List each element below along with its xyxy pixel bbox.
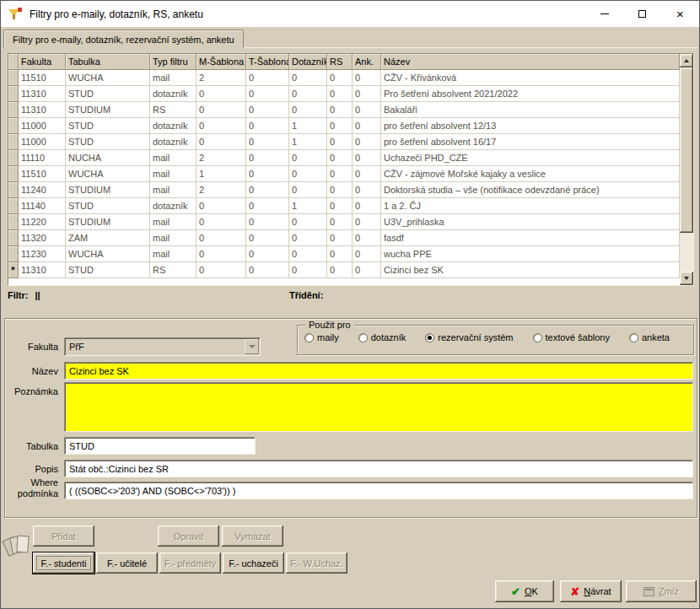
chevron-down-icon <box>249 345 256 348</box>
table-row[interactable]: 11510WUCHAmail20000CŽV - Křivánková <box>8 70 680 86</box>
ok-button[interactable]: ✔ OK <box>495 580 554 602</box>
row-marker <box>8 70 19 86</box>
table-row[interactable]: 11140STUDdotazník001001 a 2. ČJ <box>8 198 680 214</box>
table-row[interactable]: 11000STUDdotazník00100pro šetření absolv… <box>8 118 680 134</box>
radio-button-icon <box>425 333 434 342</box>
table-row[interactable]: 11220STUDIUMmail00000U3V_prihlaska <box>8 214 680 230</box>
opravit-button[interactable]: Opravit <box>158 525 219 547</box>
grid-cell: WUCHA <box>66 166 150 182</box>
grid-cell: 0 <box>197 134 246 150</box>
grid-cell: 11000 <box>19 134 66 150</box>
grid-cell: 0 <box>353 166 381 182</box>
row-marker <box>8 166 19 182</box>
f-uchazeci-button[interactable]: F.- uchazeči <box>223 552 284 574</box>
radio-dotazn-k[interactable]: dotazník <box>358 332 407 342</box>
column-header-8[interactable]: Ank. <box>353 54 381 70</box>
f-ucitele-button[interactable]: F.- učitelé <box>96 552 158 574</box>
f-wuchaz-button[interactable]: F.- W.Uchaz. <box>286 552 347 574</box>
grid-cell: 11510 <box>19 70 66 86</box>
grid-cell: mail <box>150 166 197 182</box>
scrollbar-thumb[interactable] <box>680 67 693 233</box>
column-header-2[interactable]: Tabulka <box>66 54 150 70</box>
grid-cell: 0 <box>289 214 327 230</box>
radio-maily[interactable]: maily <box>304 332 339 342</box>
table-row[interactable]: 11000STUDdotazník00100pro šetření absolv… <box>8 134 680 150</box>
vertical-scrollbar[interactable] <box>680 54 693 285</box>
pridat-button[interactable]: Přidat <box>33 525 94 547</box>
title-bar: Filtry pro e-maily, dotazník, RS, anketu… <box>1 1 699 27</box>
radio-anketa[interactable]: anketa <box>629 332 670 342</box>
column-header-7[interactable]: RS <box>327 54 353 70</box>
radio-label: dotazník <box>371 332 407 342</box>
tabulka-input[interactable] <box>64 437 256 455</box>
poznamka-label: Poznámka <box>4 386 58 396</box>
row-marker <box>8 150 19 166</box>
grid-cell: 0 <box>353 230 381 246</box>
grid-cell: 0 <box>246 198 289 214</box>
fakulta-label: Fakulta <box>4 342 58 352</box>
trideni-label: Třídění: <box>289 290 323 300</box>
filtr-status: Filtr:|| <box>8 290 40 300</box>
fakulta-value: PřF <box>65 342 245 352</box>
f-studenti-button[interactable]: F.- studenti <box>33 552 94 574</box>
vymazat-button[interactable]: Vymazat <box>222 525 283 547</box>
grid-cell: Uchazeči PHD_CZE <box>381 150 680 166</box>
tab-filtry[interactable]: Filtry pro e-maily, dotazník, rezervační… <box>3 30 244 48</box>
column-header-3[interactable]: Typ filtru <box>150 54 197 70</box>
grid-cell: 1 a 2. ČJ <box>381 198 680 214</box>
maximize-button[interactable] <box>623 1 661 27</box>
combo-dropdown-button[interactable] <box>245 339 259 354</box>
column-header-4[interactable]: M-Šablona <box>197 54 246 70</box>
table-row[interactable]: 11510WUCHAmail10000CŽV - zájmové Mořské … <box>8 166 680 182</box>
column-header-6[interactable]: Dotazník <box>289 54 327 70</box>
tabulka-label: Tabulka <box>4 441 58 451</box>
grid-cell: 0 <box>289 166 327 182</box>
radio-rezerva-n-syst-m[interactable]: rezervační systém <box>425 332 513 342</box>
grid-main: FakultaTabulkaTyp filtruM-ŠablonaT-Šablo… <box>8 54 680 285</box>
grid-cell: STUDIUM <box>66 102 150 118</box>
where-input[interactable] <box>64 482 693 499</box>
scroll-up-button[interactable] <box>680 54 693 67</box>
grid-cell: mail <box>150 182 197 198</box>
pouzit-pro-options: mailydotazníkrezervační systémtextové ša… <box>304 332 690 342</box>
table-row[interactable]: 11320ZAMmail00000fasdf <box>8 230 680 246</box>
app-filter-icon <box>8 8 22 21</box>
table-row[interactable]: *11310STUDRS00000Cizinci bez SK <box>8 262 680 278</box>
grid-cell: 11310 <box>19 102 66 118</box>
grid-cell: STUD <box>66 86 150 102</box>
grid-cell: 2 <box>197 70 246 86</box>
column-header-9[interactable]: Název <box>381 54 680 70</box>
fakulta-combobox[interactable]: PřF <box>64 337 261 356</box>
grid-cell: STUD <box>66 198 150 214</box>
row-marker <box>8 214 19 230</box>
radio-textov-ablony[interactable]: textové šablony <box>533 332 610 342</box>
column-header-5[interactable]: T-Šablona <box>246 54 289 70</box>
table-row[interactable]: 11310STUDIUMRS00000Bakaláři <box>8 102 680 118</box>
grid-cell: 0 <box>327 262 353 278</box>
grid-cell: 0 <box>289 70 327 86</box>
stacked-pages-icon[interactable] <box>4 531 33 561</box>
zmiz-button[interactable]: Zmiz <box>626 580 697 602</box>
table-row[interactable]: 11230WUCHAmail00000wucha PPE <box>8 246 680 262</box>
table-row[interactable]: 11110NUCHAmail20000Uchazeči PHD_CZE <box>8 150 680 166</box>
navrat-button[interactable]: ✘ Návrat <box>560 580 622 602</box>
nazev-input[interactable] <box>64 362 693 380</box>
grid-cell: mail <box>150 150 197 166</box>
poznamka-textarea[interactable] <box>64 382 693 432</box>
grid-cell: STUD <box>66 262 150 278</box>
grid-cell: 0 <box>289 246 327 262</box>
column-header-1[interactable]: Fakulta <box>19 54 66 70</box>
table-row[interactable]: 11310STUDdotazník00000Pro šetření absolv… <box>8 86 680 102</box>
grid-cell: RS <box>150 102 197 118</box>
close-button[interactable]: × <box>661 1 699 27</box>
minimize-button[interactable] <box>585 1 623 27</box>
table-row[interactable]: 11240STUDIUMmail20000Doktorská studia – … <box>8 182 680 198</box>
app-window: Filtry pro e-maily, dotazník, RS, anketu… <box>0 0 700 609</box>
popis-input[interactable] <box>64 460 693 477</box>
f-predmety-button[interactable]: F.- předměty <box>159 552 221 574</box>
grid-cell: fasdf <box>381 230 680 246</box>
radio-button-icon <box>358 333 368 342</box>
grid-cell: 1 <box>289 134 327 150</box>
ok-label: OK <box>525 586 538 596</box>
scroll-down-button[interactable] <box>680 272 693 285</box>
